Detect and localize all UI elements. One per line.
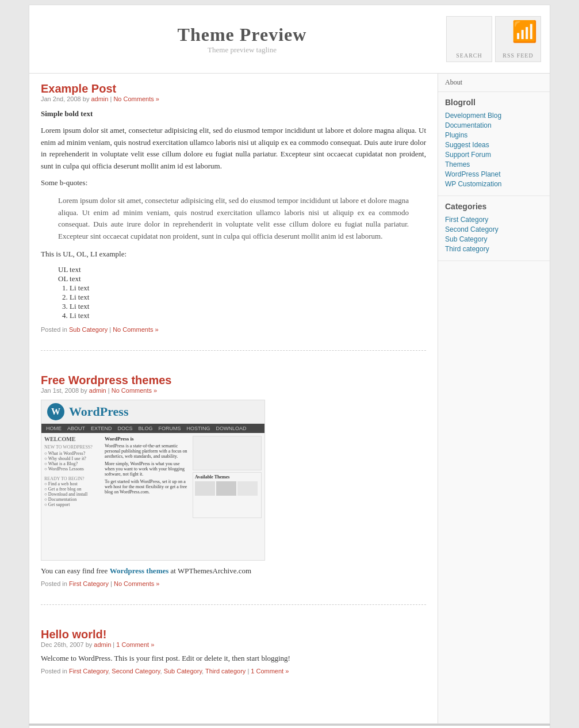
- ol-list: Li text Li text Li text Li text: [70, 283, 426, 320]
- wp-logo: W: [47, 403, 64, 420]
- site-tagline: Theme preview tagline: [38, 45, 446, 55]
- rss-widget[interactable]: 📶 RSS FEED: [495, 16, 541, 62]
- post-hello-world: Hello world! Dec 26th, 2007 by admin | 1…: [41, 628, 426, 692]
- post-paragraph-1: Lorem ipsum dolor sit amet, consectetur …: [41, 125, 426, 173]
- bquotes-intro: Some b-quotes:: [41, 177, 426, 189]
- wp-screenshot-header: W WordPress: [41, 400, 264, 424]
- post-cat-first[interactable]: First Category: [69, 668, 108, 675]
- post-body-example: Simple bold text Lorem ipsum dolor sit a…: [41, 108, 426, 320]
- post-footer-wp-themes: Posted in First Category | No Comments »: [41, 580, 426, 587]
- wp-logo-text: WordPress: [69, 404, 128, 419]
- site-header: Theme Preview Theme preview tagline: [38, 24, 446, 55]
- post-title-hello-world[interactable]: Hello world!: [41, 628, 106, 641]
- post-author-wp-themes[interactable]: admin: [89, 387, 106, 394]
- post-meta-wp-themes: Jan 1st, 2008 by admin | No Comments »: [41, 387, 426, 394]
- post-cat-third[interactable]: Third category: [205, 668, 246, 675]
- sidebar-blogroll-themes[interactable]: Themes: [445, 160, 543, 168]
- post-example: Example Post Jan 2nd, 2008 by admin | No…: [41, 82, 426, 351]
- post-author-hello-world[interactable]: admin: [94, 641, 111, 648]
- post-blockquote: Lorem ipsum dolor sit amet, consectetur …: [58, 195, 409, 243]
- rss-label: RSS FEED: [503, 52, 533, 59]
- search-widget[interactable]: SEARCH: [446, 16, 492, 62]
- wp-screenshot: W WordPress HOME ABOUT EXTEND DOCS BLOG …: [41, 400, 265, 561]
- about-label: About: [445, 78, 462, 86]
- wp-left-col: WELCOME NEW TO WORDPRESS? ○ What is Word…: [44, 436, 102, 557]
- sidebar-categories-section: Categories First Category Second Categor…: [438, 196, 550, 261]
- sidebar-cat-sub[interactable]: Sub Category: [445, 235, 543, 243]
- post-meta-hello-world: Dec 26th, 2007 by admin | 1 Comment »: [41, 641, 426, 648]
- sidebar-blogroll-support[interactable]: Support Forum: [445, 151, 543, 159]
- post-date-example: Jan 2nd, 2008 by: [41, 95, 91, 102]
- blogroll-title: Blogroll: [445, 98, 543, 107]
- li-item-1: Li text: [70, 283, 426, 293]
- site-title: Theme Preview: [38, 24, 446, 45]
- post-title-example[interactable]: Example Post: [41, 82, 116, 95]
- sidebar-blogroll-plugins[interactable]: Plugins: [445, 131, 543, 139]
- li-item-4: Li text: [70, 311, 426, 320]
- ol-wrapper: OL text Li text Li text Li text Li text: [58, 274, 426, 320]
- post-body-wp-themes: You can easy find free Wordpress themes …: [41, 566, 426, 576]
- list-section: UL text OL text Li text Li text Li text …: [58, 265, 426, 320]
- sidebar-blogroll-wp-planet[interactable]: WordPress Planet: [445, 170, 543, 178]
- ul-item: UL text OL text Li text Li text Li text …: [58, 265, 426, 320]
- footer: THEME PREVIEW © 2008 Wordpress Theme des…: [29, 725, 550, 728]
- sidebar: About Blogroll Development Blog Document…: [438, 74, 550, 724]
- sidebar-cat-second[interactable]: Second Category: [445, 225, 543, 233]
- categories-title: Categories: [445, 202, 543, 211]
- wp-right-col: Available Themes: [193, 436, 262, 557]
- wp-content-area: WELCOME NEW TO WORDPRESS? ○ What is Word…: [41, 433, 264, 560]
- li-item-2: Li text: [70, 293, 426, 302]
- rss-icon: 📶: [512, 20, 538, 44]
- post-subtitle: Simple bold text: [41, 108, 426, 120]
- post-comments-example[interactable]: No Comments »: [113, 95, 159, 102]
- post-category-example[interactable]: Sub Category: [69, 326, 108, 333]
- sidebar-about-section: About: [438, 74, 550, 92]
- search-label: SEARCH: [456, 52, 482, 59]
- sidebar-cat-third[interactable]: Third category: [445, 245, 543, 253]
- post-meta-example: Jan 2nd, 2008 by admin | No Comments »: [41, 95, 426, 102]
- post-category-wp-themes[interactable]: First Category: [69, 580, 109, 587]
- post-footer-hello-world: Posted in First Category, Second Categor…: [41, 668, 426, 675]
- li-item-3: Li text: [70, 302, 426, 311]
- ol-label: OL text Li text Li text Li text Li text: [58, 274, 426, 320]
- post-body-hello-world: Welcome to WordPress. This is your first…: [41, 654, 426, 663]
- post-comments-hello-world[interactable]: 1 Comment »: [116, 641, 154, 648]
- wp-nav-bar: HOME ABOUT EXTEND DOCS BLOG FORUMS HOSTI…: [41, 424, 264, 433]
- header-widgets: SEARCH 📶 RSS FEED: [446, 16, 541, 62]
- wordpress-themes-link[interactable]: Wordpress themes: [110, 566, 169, 575]
- post-footer-example: Posted in Sub Category | No Comments »: [41, 326, 426, 333]
- post-footer-comments-hello-world[interactable]: 1 Comment »: [251, 668, 289, 675]
- post-cat-sub[interactable]: Sub Category: [164, 668, 202, 675]
- post-cat-second[interactable]: Second Category: [112, 668, 160, 675]
- ul-list: UL text OL text Li text Li text Li text …: [58, 265, 426, 320]
- post-footer-comments-example[interactable]: No Comments »: [113, 326, 158, 333]
- sidebar-blogroll-section: Blogroll Development Blog Documentation …: [438, 92, 550, 196]
- sidebar-blogroll-suggest[interactable]: Suggest Ideas: [445, 141, 543, 149]
- wp-main-col: WordPress is WordPress is a state-of-the…: [105, 436, 190, 557]
- sidebar-blogroll-wp-custom[interactable]: WP Customization: [445, 180, 543, 188]
- post-footer-comments-wp-themes[interactable]: No Comments »: [114, 580, 159, 587]
- post-wp-themes: Free Wordpress themes Jan 1st, 2008 by a…: [41, 374, 426, 605]
- ul-ol-intro: This is UL, OL, LI example:: [41, 248, 426, 260]
- sidebar-blogroll-dev[interactable]: Development Blog: [445, 112, 543, 120]
- sidebar-blogroll-docs[interactable]: Documentation: [445, 121, 543, 129]
- post-author-example[interactable]: admin: [91, 95, 108, 102]
- post-title-wp-themes[interactable]: Free Wordpress themes: [41, 374, 172, 386]
- sidebar-cat-first[interactable]: First Category: [445, 216, 543, 224]
- post-comments-wp-themes[interactable]: No Comments »: [112, 387, 157, 394]
